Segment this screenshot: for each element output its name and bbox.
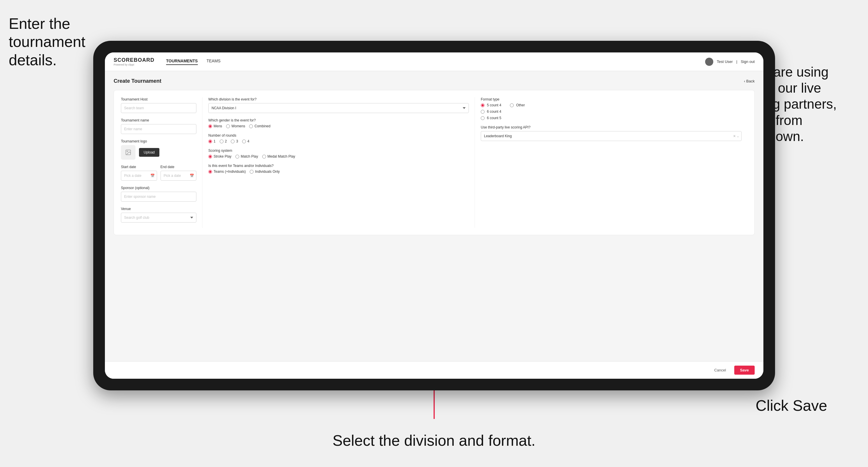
annotation-topleft: Enter the tournament details. <box>9 14 90 69</box>
round-4-label: 4 <box>247 139 249 143</box>
nav-link-tournaments[interactable]: TOURNAMENTS <box>166 59 198 65</box>
round-1[interactable]: 1 <box>208 139 216 143</box>
gender-radio-group: Mens Womens Combined <box>208 124 469 128</box>
nav-right: Test User | Sign out <box>705 58 755 66</box>
logo-text: SCOREBOARD <box>114 57 154 63</box>
logo-placeholder <box>121 145 135 160</box>
tournament-logo-group: Tournament logo Upload <box>121 139 196 160</box>
scoring-medal-match[interactable]: Medal Match Play <box>262 154 295 158</box>
teams-group: Is this event for Teams and/or Individua… <box>208 164 469 174</box>
gender-womens-label: Womens <box>231 124 245 128</box>
scoring-match[interactable]: Match Play <box>236 154 258 158</box>
scoring-group: Scoring system Stroke Play Match Play Me… <box>208 149 469 158</box>
format-5count4[interactable]: 5 count 4 <box>481 103 501 107</box>
teams-plus-individuals[interactable]: Teams (+Individuals) <box>208 169 246 174</box>
calendar-icon: 📅 <box>150 174 155 178</box>
logo-area: SCOREBOARD Powered by clippi <box>114 57 154 66</box>
scoring-radio-group: Stroke Play Match Play Medal Match Play <box>208 154 469 158</box>
tournament-name-input[interactable] <box>121 124 196 134</box>
tablet-screen: SCOREBOARD Powered by clippi TOURNAMENTS… <box>105 53 764 379</box>
round-3-label: 3 <box>236 139 238 143</box>
logo-sub: Powered by clippi <box>114 63 154 66</box>
signout-divider: | <box>736 59 737 64</box>
page-content: Create Tournament ‹ Back Tournament Host… <box>105 71 764 361</box>
page-header: Create Tournament ‹ Back <box>114 78 755 84</box>
end-date-label: End date <box>160 165 197 169</box>
live-scoring-group: Use third-party live scoring API? Leader… <box>481 125 742 141</box>
date-group: Start date 📅 End date 📅 <box>121 165 196 181</box>
tournament-name-label: Tournament name <box>121 118 196 122</box>
gender-womens[interactable]: Womens <box>226 124 245 128</box>
gender-label: Which gender is the event for? <box>208 118 469 122</box>
gender-combined-label: Combined <box>254 124 270 128</box>
scoring-medal-match-label: Medal Match Play <box>268 154 295 158</box>
gender-combined[interactable]: Combined <box>249 124 270 128</box>
user-name: Test User <box>717 59 733 64</box>
logo-upload-area: Upload <box>121 145 196 160</box>
end-date-wrap: 📅 <box>160 171 197 181</box>
division-group: Which division is the event for? NCAA Di… <box>208 97 469 113</box>
division-label: Which division is the event for? <box>208 97 469 101</box>
format-6count4-label: 6 count 4 <box>487 110 501 114</box>
individuals-only-label: Individuals Only <box>255 169 280 174</box>
venue-select[interactable]: Search golf club <box>121 213 196 223</box>
tablet-device: SCOREBOARD Powered by clippi TOURNAMENTS… <box>93 41 775 391</box>
format-6count4[interactable]: 6 count 4 <box>481 110 501 114</box>
calendar-icon-end: 📅 <box>190 174 194 178</box>
avatar <box>705 58 713 66</box>
scoring-match-label: Match Play <box>241 154 258 158</box>
round-2[interactable]: 2 <box>220 139 227 143</box>
start-date-label: Start date <box>121 165 157 169</box>
other-format-group: Other <box>510 103 525 120</box>
sponsor-group: Sponsor (optional) <box>121 186 196 201</box>
start-date-group: Start date 📅 <box>121 165 157 181</box>
cancel-button[interactable]: Cancel <box>710 366 731 375</box>
top-nav: SCOREBOARD Powered by clippi TOURNAMENTS… <box>105 53 764 71</box>
nav-left: SCOREBOARD Powered by clippi TOURNAMENTS… <box>114 57 221 66</box>
rounds-label: Number of rounds <box>208 133 469 137</box>
gender-mens-label: Mens <box>214 124 222 128</box>
page-title: Create Tournament <box>114 78 161 84</box>
tournament-name-group: Tournament name <box>121 118 196 134</box>
scoring-stroke-label: Stroke Play <box>214 154 231 158</box>
round-2-label: 2 <box>225 139 227 143</box>
annotation-bottom: Select the division and format. <box>333 432 535 449</box>
tournament-host-label: Tournament Host <box>121 97 196 101</box>
save-button[interactable]: Save <box>734 366 755 375</box>
form-col-2: Which division is the event for? NCAA Di… <box>203 97 475 228</box>
date-row: Start date 📅 End date 📅 <box>121 165 196 181</box>
nav-links: TOURNAMENTS TEAMS <box>166 59 221 65</box>
sponsor-input[interactable] <box>121 192 196 201</box>
rounds-group: Number of rounds 1 2 3 <box>208 133 469 143</box>
start-date-wrap: 📅 <box>121 171 157 181</box>
division-select[interactable]: NCAA Division I <box>208 103 469 113</box>
form-col-3: Format type 5 count 4 6 count 4 <box>475 97 747 228</box>
sponsor-label: Sponsor (optional) <box>121 186 196 190</box>
svg-point-6 <box>127 151 128 152</box>
individuals-only[interactable]: Individuals Only <box>250 169 280 174</box>
gender-mens[interactable]: Mens <box>208 124 222 128</box>
signout-link[interactable]: Sign out <box>741 59 755 64</box>
scoring-stroke[interactable]: Stroke Play <box>208 154 231 158</box>
venue-group: Venue Search golf club <box>121 207 196 223</box>
back-link[interactable]: ‹ Back <box>744 79 755 83</box>
round-4[interactable]: 4 <box>242 139 249 143</box>
scoring-label: Scoring system <box>208 149 469 153</box>
round-3[interactable]: 3 <box>231 139 238 143</box>
search-team-input[interactable] <box>121 103 196 113</box>
live-scoring-clear-icon[interactable]: ✕ ⌄ <box>733 134 739 138</box>
tournament-host-group: Tournament Host <box>121 97 196 113</box>
format-other-label: Other <box>516 103 525 107</box>
format-5count4-label: 5 count 4 <box>487 103 501 107</box>
format-6count5[interactable]: 6 count 5 <box>481 116 501 120</box>
format-other[interactable]: Other <box>510 103 525 107</box>
round-1-label: 1 <box>214 139 216 143</box>
end-date-group: End date 📅 <box>160 165 197 181</box>
upload-button[interactable]: Upload <box>139 148 159 157</box>
form-col-1: Tournament Host Tournament name Tourname… <box>121 97 203 228</box>
bottom-bar: Cancel Save <box>105 361 764 379</box>
nav-link-teams[interactable]: TEAMS <box>207 59 221 65</box>
format-type-label: Format type <box>481 97 742 101</box>
live-scoring-value[interactable]: Leaderboard King <box>481 131 742 141</box>
live-scoring-label: Use third-party live scoring API? <box>481 125 742 129</box>
